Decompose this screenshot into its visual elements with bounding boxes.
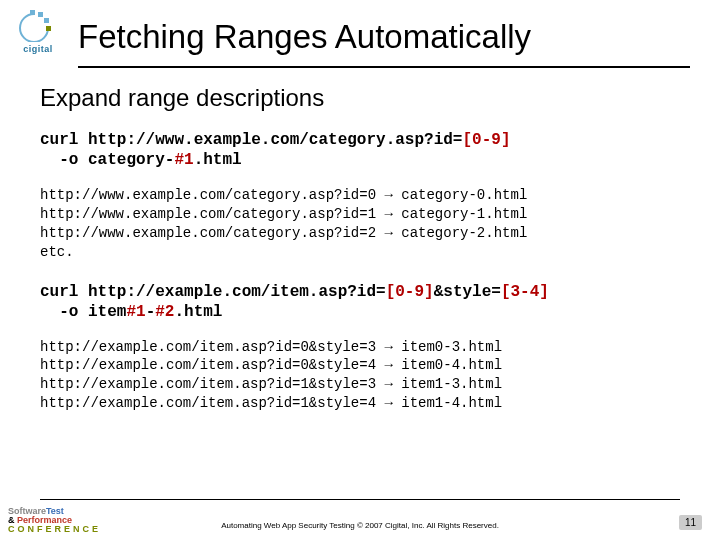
footer-divider (40, 499, 680, 500)
code1-hash: #1 (174, 151, 193, 169)
svg-rect-0 (30, 10, 35, 15)
list1-l1: http://www.example.com/category.asp?id=0… (40, 186, 690, 205)
code1-range: [0-9] (462, 131, 510, 149)
brand-logo: cigital (14, 10, 62, 54)
code2-r1: [0-9] (386, 283, 434, 301)
list2-l4: http://example.com/item.asp?id=1&style=4… (40, 394, 690, 413)
page-number: 11 (679, 515, 702, 530)
list1-l4: etc. (40, 243, 690, 262)
svg-rect-1 (38, 12, 43, 17)
slide-content: Expand range descriptions curl http://ww… (40, 84, 690, 413)
list2-l1: http://example.com/item.asp?id=0&style=3… (40, 338, 690, 357)
code-block-2: curl http://example.com/item.asp?id=[0-9… (40, 282, 690, 322)
code2-dash: - (146, 303, 156, 321)
brand-name: cigital (14, 44, 62, 54)
title-underline (78, 66, 690, 68)
code2-mid: &style= (434, 283, 501, 301)
code1-line2a: -o category- (40, 151, 174, 169)
code2-line2b: .html (174, 303, 222, 321)
footer-text: Automating Web App Security Testing © 20… (0, 521, 720, 530)
list2-l2: http://example.com/item.asp?id=0&style=4… (40, 356, 690, 375)
output-list-1: http://www.example.com/category.asp?id=0… (40, 186, 690, 262)
code-block-1: curl http://www.example.com/category.asp… (40, 130, 690, 170)
svg-rect-2 (44, 18, 49, 23)
code2-line2a: -o item (40, 303, 126, 321)
slide-title: Fetching Ranges Automatically (78, 18, 690, 56)
code2-r2: [3-4] (501, 283, 549, 301)
list1-l2: http://www.example.com/category.asp?id=1… (40, 205, 690, 224)
output-list-2: http://example.com/item.asp?id=0&style=3… (40, 338, 690, 414)
code2-h2: #2 (155, 303, 174, 321)
code1-line2b: .html (194, 151, 242, 169)
svg-rect-3 (46, 26, 51, 31)
subtitle: Expand range descriptions (40, 84, 690, 112)
list2-l3: http://example.com/item.asp?id=1&style=3… (40, 375, 690, 394)
code2-h1: #1 (126, 303, 145, 321)
code2-prefix: curl http://example.com/item.asp?id= (40, 283, 386, 301)
code1-prefix: curl http://www.example.com/category.asp… (40, 131, 462, 149)
list1-l3: http://www.example.com/category.asp?id=2… (40, 224, 690, 243)
